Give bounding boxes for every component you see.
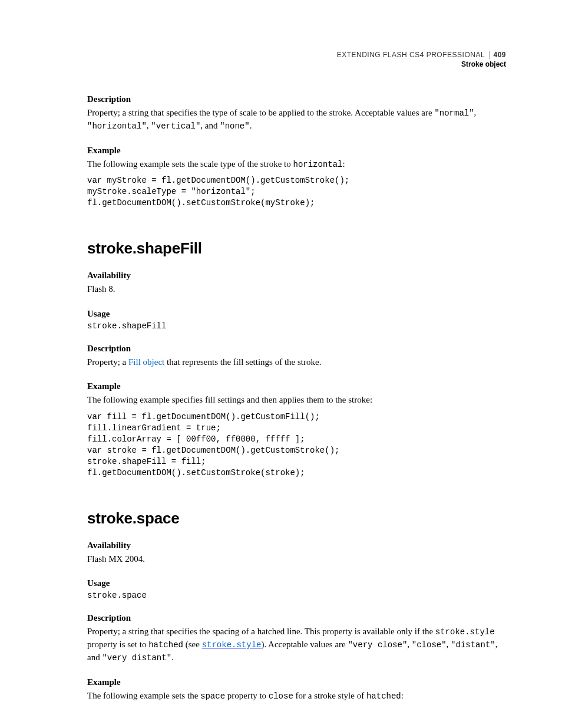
code-block: var fill = fl.getDocumentDOM().getCustom… <box>87 411 506 478</box>
text: Property; a <box>87 357 128 367</box>
page-content: EXTENDING FLASH CS4 PROFESSIONAL 409 Str… <box>0 0 562 728</box>
code-inline: space <box>200 691 225 701</box>
code-block: var myStroke = fl.getDocumentDOM().getCu… <box>87 175 506 209</box>
usage-body: stroke.space <box>87 591 506 600</box>
example-body: The following example specifies fill set… <box>87 394 506 407</box>
usage-body: stroke.shapeFill <box>87 321 506 331</box>
code-inline: close <box>269 691 293 701</box>
text: , <box>447 640 451 649</box>
text: . <box>250 121 252 130</box>
availability-heading: Availability <box>87 541 506 551</box>
code-inline: hatched <box>366 691 401 701</box>
text: The following example sets the scale typ… <box>87 159 293 169</box>
availability-body: Flash MX 2004. <box>87 553 506 566</box>
usage-heading: Usage <box>87 578 506 588</box>
code-inline: "normal" <box>434 108 474 118</box>
code-inline: stroke.style <box>435 627 495 637</box>
description-body: Property; a string that specifies the ty… <box>87 107 506 133</box>
availability-body: Flash 8. <box>87 283 506 296</box>
api-heading-space: stroke.space <box>87 509 506 528</box>
text: The following example sets the <box>87 691 200 700</box>
description-heading: Description <box>87 94 506 104</box>
text: : <box>343 159 345 169</box>
code-inline: "close" <box>412 640 447 650</box>
text: Property; a string that specifies the sp… <box>87 627 435 636</box>
text: that represents the fill settings of the… <box>164 357 321 367</box>
text: ). Acceptable values are <box>261 640 348 649</box>
doc-title: EXTENDING FLASH CS4 PROFESSIONAL <box>337 51 485 59</box>
text: property is set to <box>87 640 148 649</box>
code-inline: "very distant" <box>102 653 171 663</box>
code-inline: stroke.style <box>202 640 262 650</box>
text: Property; a string that specifies the ty… <box>87 108 434 117</box>
description-heading: Description <box>87 613 506 623</box>
example-body: The following example sets the space pro… <box>87 690 506 703</box>
text: , <box>407 640 412 649</box>
text: (see <box>183 640 202 649</box>
example-heading: Example <box>87 146 506 156</box>
fill-object-link[interactable]: Fill object <box>128 357 164 367</box>
header-section: Stroke object <box>87 60 506 68</box>
code-inline: "vertical" <box>151 121 200 131</box>
api-heading-shapefill: stroke.shapeFill <box>87 239 506 258</box>
code-inline: "very close" <box>348 640 407 650</box>
text: . <box>171 653 174 662</box>
text: , <box>474 108 477 117</box>
example-body: The following example sets the scale typ… <box>87 158 506 171</box>
stroke-style-link[interactable]: stroke.style <box>202 640 262 649</box>
text: for a stroke style of <box>293 691 366 700</box>
description-body: Property; a string that specifies the sp… <box>87 625 506 664</box>
code-inline: "horizontal" <box>87 121 147 131</box>
code-inline: hatched <box>148 640 183 650</box>
description-heading: Description <box>87 344 506 354</box>
text: property to <box>225 691 269 700</box>
code-inline: horizontal <box>293 160 342 169</box>
code-inline: "distant" <box>451 640 495 650</box>
example-heading: Example <box>87 381 506 391</box>
page-header: EXTENDING FLASH CS4 PROFESSIONAL 409 Str… <box>87 51 506 68</box>
header-title-row: EXTENDING FLASH CS4 PROFESSIONAL 409 <box>87 51 506 59</box>
text: , and <box>200 121 220 130</box>
description-body: Property; a Fill object that represents … <box>87 356 506 369</box>
code-inline: "none" <box>220 121 249 131</box>
text: : <box>401 691 404 700</box>
page-number: 409 <box>489 51 506 59</box>
usage-heading: Usage <box>87 309 506 319</box>
availability-heading: Availability <box>87 271 506 281</box>
example-heading: Example <box>87 677 506 687</box>
